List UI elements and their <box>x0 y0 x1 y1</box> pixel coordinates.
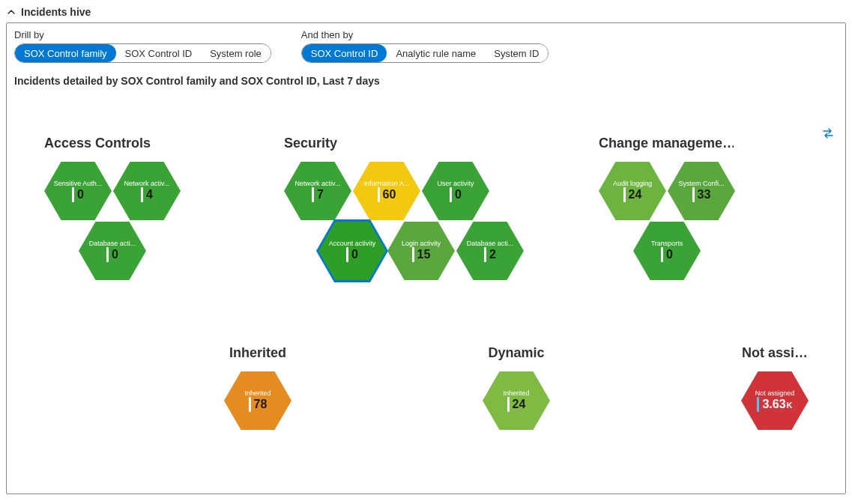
hex-value: 0 <box>77 188 84 201</box>
hex-value-row: 4 <box>141 187 153 202</box>
hex-value: 4 <box>146 188 153 201</box>
bar-icon <box>507 397 510 412</box>
hex-label: Database acti... <box>89 240 136 247</box>
group-security: Security Network activ... 7 Information … <box>284 136 531 291</box>
drill-by-pills: SOX Control family SOX Control ID System… <box>14 43 271 63</box>
hex-label: Transports <box>651 240 683 247</box>
bar-icon <box>378 187 380 202</box>
hex-value: 24 <box>513 398 526 411</box>
hex-label: User activity <box>437 180 474 187</box>
pill-system-id[interactable]: System ID <box>485 44 548 62</box>
hex-label: Sensitive Auth... <box>54 180 103 187</box>
drill-by-label: Drill by <box>14 29 271 40</box>
bar-icon <box>312 187 314 202</box>
bar-icon <box>249 397 251 412</box>
hex-sensitive-auth[interactable]: Sensitive Auth... 0 <box>44 162 112 220</box>
hex-dynamic-inherited[interactable]: Inherited 24 <box>483 371 550 430</box>
bar-icon <box>106 247 109 262</box>
na-val: 3.63 <box>762 398 785 410</box>
group-title-inherited: Inherited <box>213 345 303 361</box>
hex-not-assigned[interactable]: Not assigned 3.63K <box>741 371 809 430</box>
hex-login-activity[interactable]: Login activity 15 <box>387 222 455 280</box>
bar-icon <box>623 187 626 202</box>
bar-icon <box>346 247 348 262</box>
group-access-controls: Access Controls Sensitive Auth... 0 Netw… <box>44 136 217 283</box>
group-change-management: Change manageme… Audit logging 24 System… <box>599 136 749 283</box>
hex-value-row: 0 <box>450 187 462 202</box>
panel-collapse-header[interactable]: Incidents hive <box>0 0 852 22</box>
hex-label: Network activ... <box>124 180 170 187</box>
hex-label: System Confi... <box>678 180 724 187</box>
hex-user-activity[interactable]: User activity 0 <box>422 162 489 220</box>
hive-subtitle: Incidents detailed by SOX Control family… <box>14 75 838 87</box>
hex-label: Account activity <box>329 240 376 247</box>
hex-database-acti-sec[interactable]: Database acti... 2 <box>456 222 524 280</box>
hex-network-activ-sec[interactable]: Network activ... 7 <box>284 162 351 220</box>
na-unit: K <box>787 401 793 410</box>
pill-system-role[interactable]: System role <box>201 44 271 62</box>
hex-value-row: 0 <box>106 247 118 262</box>
hex-value: 60 <box>383 188 396 201</box>
hex-value-row: 0 <box>72 187 84 202</box>
pill-sox-control-id-2[interactable]: SOX Control ID <box>302 44 387 62</box>
hex-value-row: 24 <box>507 397 526 412</box>
hex-value-row: 78 <box>249 397 268 412</box>
hex-value: 0 <box>455 188 462 201</box>
hex-value: 0 <box>666 248 673 261</box>
hex-database-acti-ac[interactable]: Database acti... 0 <box>79 222 146 280</box>
bar-icon <box>72 187 74 202</box>
bar-icon <box>484 247 486 262</box>
hex-transports[interactable]: Transports 0 <box>633 222 701 280</box>
bar-icon <box>450 187 452 202</box>
hex-label: Database acti... <box>467 240 514 247</box>
hex-value-row: 3.63K <box>757 397 792 412</box>
hex-label: Information A... <box>364 180 410 187</box>
then-by-label: And then by <box>301 29 549 40</box>
filter-group-drill-by: Drill by SOX Control family SOX Control … <box>14 29 271 63</box>
hex-label: Not assigned <box>755 389 795 397</box>
cluster-dynamic: Inherited 24 <box>471 365 561 433</box>
hex-label: Inherited <box>244 389 271 397</box>
chevron-up-icon <box>6 7 16 17</box>
hex-value-row: 24 <box>623 187 642 202</box>
bar-icon <box>141 187 143 202</box>
hex-value-row: 33 <box>692 187 711 202</box>
hex-value: 0 <box>351 248 358 261</box>
hex-system-confi[interactable]: System Confi... 33 <box>668 162 735 220</box>
hex-value: 78 <box>254 398 268 411</box>
hex-label: Inherited <box>503 389 529 397</box>
group-dynamic: Dynamic Inherited 24 <box>471 345 561 433</box>
hex-value: 2 <box>489 248 496 261</box>
hex-information-a[interactable]: Information A... 60 <box>353 162 420 220</box>
panel-body: Drill by SOX Control family SOX Control … <box>6 22 846 494</box>
cluster-security: Network activ... 7 Information A... 60 U… <box>284 156 531 291</box>
hex-network-activ-ac[interactable]: Network activ... 4 <box>113 162 181 220</box>
pill-sox-control-family[interactable]: SOX Control family <box>15 44 116 62</box>
hex-value-row: 0 <box>661 247 673 262</box>
hex-label: Login activity <box>402 240 441 247</box>
then-by-pills: SOX Control ID Analytic rule name System… <box>301 43 549 63</box>
bar-icon <box>757 397 759 412</box>
hex-value: 7 <box>317 188 324 201</box>
hex-value-row: 7 <box>312 187 324 202</box>
hex-value: 33 <box>698 188 711 201</box>
filter-group-then-by: And then by SOX Control ID Analytic rule… <box>301 29 549 63</box>
hex-audit-logging[interactable]: Audit logging 24 <box>599 162 666 220</box>
hex-value-row: 0 <box>346 247 358 262</box>
bar-icon <box>412 247 414 262</box>
hex-value-row: 15 <box>412 247 431 262</box>
hex-inherited[interactable]: Inherited 78 <box>224 371 291 430</box>
hex-value: 0 <box>112 248 118 261</box>
pill-sox-control-id-1[interactable]: SOX Control ID <box>116 44 202 62</box>
group-title-not-assigned: Not assi… <box>741 345 809 361</box>
group-not-assigned: Not assi… Not assigned 3.63K <box>730 345 820 433</box>
pill-analytic-rule-name[interactable]: Analytic rule name <box>387 44 485 62</box>
bar-icon <box>692 187 695 202</box>
group-inherited: Inherited Inherited 78 <box>213 345 303 433</box>
hex-value: 3.63K <box>762 398 792 411</box>
cluster-inherited: Inherited 78 <box>213 365 303 433</box>
group-title-change-management: Change manageme… <box>599 136 734 151</box>
hex-value: 15 <box>417 248 431 261</box>
group-title-dynamic: Dynamic <box>471 345 561 361</box>
group-title-security: Security <box>284 136 531 151</box>
